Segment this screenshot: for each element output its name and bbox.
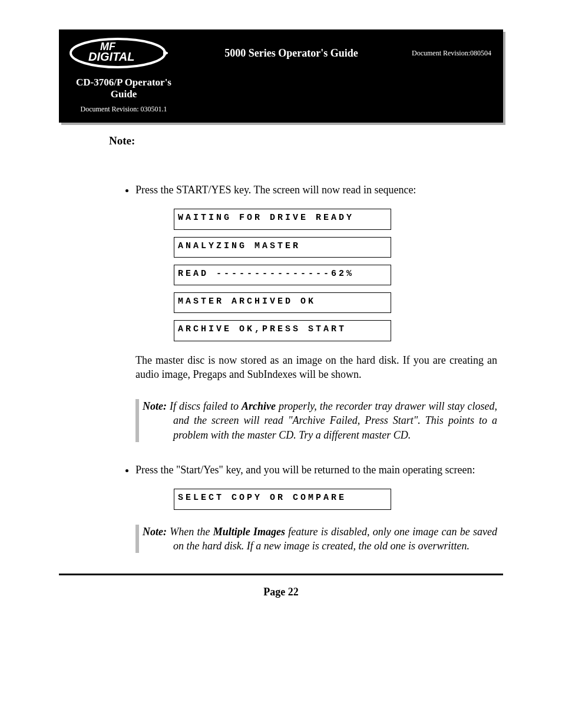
lcd-display: MASTER ARCHIVED OK bbox=[174, 292, 391, 313]
page-header: MF DIGITAL 5000 Series Operator's Guide … bbox=[59, 29, 503, 123]
note-label-inline: Note: bbox=[143, 400, 167, 412]
note-callout: Note: If discs failed to Archive properl… bbox=[135, 399, 497, 442]
note-label-inline: Note: bbox=[143, 526, 167, 538]
lcd-display: READ ---------------62% bbox=[174, 265, 391, 285]
header-center-title: 5000 Series Operator's Guide bbox=[171, 47, 412, 60]
header-revision-right: Document Revision:080504 bbox=[412, 49, 491, 58]
list-item: Press the START/YES key. The screen will… bbox=[135, 183, 497, 442]
header-sub-revision: Document Revision: 030501.1 bbox=[71, 105, 177, 114]
footer-rule bbox=[59, 574, 503, 575]
header-top-row: MF DIGITAL 5000 Series Operator's Guide … bbox=[59, 29, 503, 77]
header-bottom-row: CD-3706/P Operator's Guide Document Revi… bbox=[59, 77, 503, 123]
note-callout: Note: When the Multiple Images feature i… bbox=[135, 525, 497, 554]
bullet-text: Press the "Start/Yes" key, and you will … bbox=[135, 464, 475, 476]
bullet-text: Press the START/YES key. The screen will… bbox=[135, 184, 416, 196]
instruction-list: Press the START/YES key. The screen will… bbox=[121, 183, 497, 553]
note-heading: Note: bbox=[109, 134, 497, 147]
lcd-display: SELECT COPY OR COMPARE bbox=[174, 489, 391, 509]
note-bold-word: Archive bbox=[242, 400, 276, 412]
note-bold-word: Multiple Images bbox=[213, 526, 285, 538]
lcd-display: ANALYZING MASTER bbox=[174, 237, 391, 258]
logo-icon: MF DIGITAL bbox=[68, 37, 168, 70]
note-text: When the bbox=[167, 526, 213, 538]
page-number: Page 22 bbox=[0, 586, 562, 598]
page-content: Note: Press the START/YES key. The scree… bbox=[65, 134, 497, 553]
svg-text:DIGITAL: DIGITAL bbox=[88, 50, 135, 63]
note-text: If discs failed to bbox=[167, 400, 242, 412]
lcd-display: ARCHIVE OK,PRESS START bbox=[174, 320, 391, 341]
header-subtitle: CD-3706/P Operator's Guide bbox=[71, 77, 177, 100]
paragraph: The master disc is now stored as an imag… bbox=[135, 353, 497, 382]
mf-digital-logo: MF DIGITAL bbox=[65, 35, 171, 71]
lcd-single-wrap: SELECT COPY OR COMPARE bbox=[174, 489, 497, 509]
list-item: Press the "Start/Yes" key, and you will … bbox=[135, 463, 497, 553]
lcd-display: WAITING FOR DRIVE READY bbox=[174, 209, 391, 229]
lcd-sequence: WAITING FOR DRIVE READY ANALYZING MASTER… bbox=[174, 209, 497, 341]
